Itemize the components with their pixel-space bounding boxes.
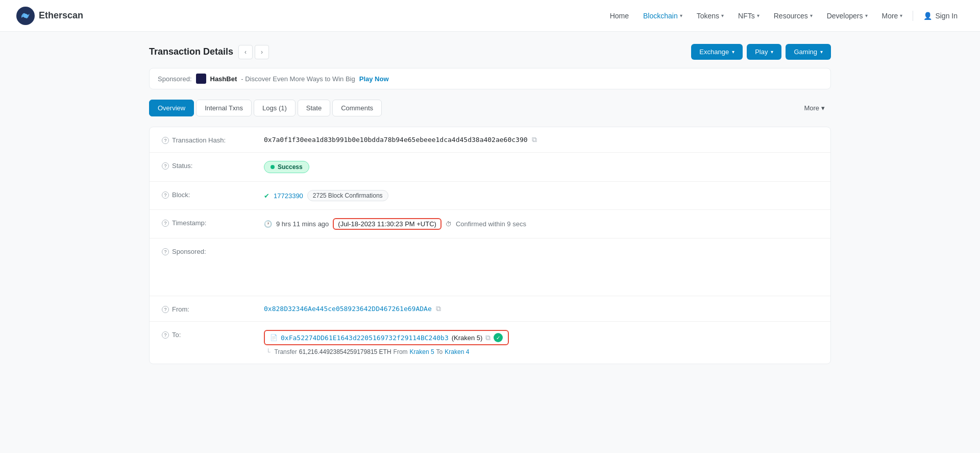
page-content: Transaction Details ‹ › Exchange ▾ Play … bbox=[133, 32, 847, 376]
tab-internal-txns[interactable]: Internal Txns bbox=[196, 100, 252, 116]
tab-comments[interactable]: Comments bbox=[332, 100, 382, 116]
blockchain-chevron-icon: ▾ bbox=[680, 13, 682, 18]
sign-in-button[interactable]: 👤 Sign In bbox=[917, 8, 964, 24]
page-title: Transaction Details bbox=[149, 46, 233, 57]
hash-label: ? Transaction Hash: bbox=[162, 135, 264, 144]
block-confirmed-icon: ✔ bbox=[264, 192, 270, 200]
transfer-from-label: From bbox=[394, 348, 408, 355]
top-buttons: Exchange ▾ Play ▾ Gaming ▾ bbox=[691, 44, 831, 60]
play-button[interactable]: Play ▾ bbox=[747, 44, 781, 60]
status-badge: Success bbox=[264, 161, 309, 173]
to-help-icon[interactable]: ? bbox=[162, 331, 169, 339]
transfer-to-link[interactable]: Kraken 4 bbox=[445, 348, 469, 355]
hash-help-icon[interactable]: ? bbox=[162, 137, 169, 144]
nav-developers[interactable]: Developers ▾ bbox=[821, 8, 874, 24]
nav-arrows: ‹ › bbox=[238, 45, 269, 59]
to-highlighted-box: 📄 0xFa52274DD61E1643d2205169732f29114BC2… bbox=[264, 330, 509, 345]
nfts-chevron-icon: ▾ bbox=[757, 13, 760, 18]
developers-chevron-icon: ▾ bbox=[865, 13, 868, 18]
next-arrow-button[interactable]: › bbox=[255, 45, 269, 59]
timestamp-utc: (Jul-18-2023 11:30:23 PM +UTC) bbox=[333, 218, 442, 230]
block-help-icon[interactable]: ? bbox=[162, 192, 169, 199]
block-label: ? Block: bbox=[162, 190, 264, 199]
transfer-row: └ Transfer 61,216.44923854259179815 ETH … bbox=[264, 348, 509, 355]
to-section: 📄 0xFa52274DD61E1643d2205169732f29114BC2… bbox=[264, 330, 509, 355]
header: Etherscan Home Blockchain ▾ Tokens ▾ NFT… bbox=[0, 0, 980, 32]
to-row: ? To: 📄 0xFa52274DD61E1643d2205169732f29… bbox=[150, 322, 830, 364]
logo[interactable]: Etherscan bbox=[16, 7, 83, 25]
exchange-button[interactable]: Exchange ▾ bbox=[691, 44, 743, 60]
sponsored-content bbox=[264, 247, 818, 288]
to-label: ? To: bbox=[162, 330, 264, 339]
from-help-icon[interactable]: ? bbox=[162, 306, 169, 313]
nav-more[interactable]: More ▾ bbox=[876, 8, 909, 24]
nav-blockchain[interactable]: Blockchain ▾ bbox=[637, 8, 689, 24]
nav-resources[interactable]: Resources ▾ bbox=[768, 8, 819, 24]
tree-branch-icon: └ bbox=[266, 348, 271, 355]
tab-overview[interactable]: Overview bbox=[149, 100, 194, 116]
sponsored-description: - Discover Even More Ways to Win Big bbox=[241, 75, 355, 83]
to-address-row: 📄 0xFa52274DD61E1643d2205169732f29114BC2… bbox=[264, 330, 509, 345]
from-copy-icon[interactable]: ⧉ bbox=[436, 304, 441, 313]
page-title-area: Transaction Details ‹ › bbox=[149, 45, 269, 59]
more-dropdown-button[interactable]: More ▾ bbox=[798, 100, 831, 116]
nav-tokens[interactable]: Tokens ▾ bbox=[691, 8, 730, 24]
nav-divider bbox=[913, 11, 913, 21]
sponsored-label: ? Sponsored: bbox=[162, 247, 264, 255]
confirmation-time: Confirmed within 9 secs bbox=[456, 220, 526, 228]
contract-doc-icon: 📄 bbox=[270, 334, 278, 341]
kraken-label: (Kraken 5) bbox=[452, 334, 483, 342]
clock-icon: 🕐 bbox=[264, 220, 272, 228]
transfer-to-label: To bbox=[436, 348, 443, 355]
sponsored-play-link[interactable]: Play Now bbox=[359, 75, 389, 83]
timestamp-row: ? Timestamp: 🕐 9 hrs 11 mins ago (Jul-18… bbox=[150, 210, 830, 239]
block-row: ? Block: ✔ 17723390 2725 Block Confirmat… bbox=[150, 182, 830, 210]
from-address-link[interactable]: 0x828D32346Ae445ce058923642DD467261e69AD… bbox=[264, 305, 432, 313]
sponsored-brand: HashBet bbox=[210, 75, 237, 83]
from-label: ? From: bbox=[162, 304, 264, 313]
tabs-bar: Overview Internal Txns Logs (1) State Co… bbox=[149, 100, 831, 116]
sponsored-row: ? Sponsored: bbox=[150, 239, 830, 296]
logo-text: Etherscan bbox=[39, 10, 83, 21]
play-chevron-icon: ▾ bbox=[771, 49, 773, 55]
timestamp-help-icon[interactable]: ? bbox=[162, 220, 169, 227]
tabs: Overview Internal Txns Logs (1) State Co… bbox=[149, 100, 382, 116]
status-label: ? Status: bbox=[162, 161, 264, 170]
block-value: ✔ 17723390 2725 Block Confirmations bbox=[264, 190, 818, 201]
detail-card: ? Transaction Hash: 0x7a0f1f30eea1d83b99… bbox=[149, 127, 831, 364]
resources-chevron-icon: ▾ bbox=[810, 13, 813, 18]
hash-value: 0x7a0f1f30eea1d83b991b0e10bdda78b94e65eb… bbox=[264, 135, 818, 144]
status-row: ? Status: Success bbox=[150, 153, 830, 182]
exchange-chevron-icon: ▾ bbox=[732, 49, 734, 55]
transfer-label: Transfer bbox=[275, 348, 297, 355]
sponsored-bar: Sponsored: HashBet - Discover Even More … bbox=[149, 68, 831, 89]
from-value: 0x828D32346Ae445ce058923642DD467261e69AD… bbox=[264, 304, 818, 313]
nav-home[interactable]: Home bbox=[604, 8, 635, 24]
tab-logs[interactable]: Logs (1) bbox=[254, 100, 296, 116]
to-copy-icon[interactable]: ⧉ bbox=[485, 333, 491, 342]
timestamp-label: ? Timestamp: bbox=[162, 218, 264, 227]
nav-nfts[interactable]: NFTs ▾ bbox=[732, 8, 766, 24]
etherscan-logo-icon bbox=[16, 7, 35, 25]
tokens-chevron-icon: ▾ bbox=[721, 13, 724, 18]
top-bar: Transaction Details ‹ › Exchange ▾ Play … bbox=[149, 44, 831, 60]
to-address-link[interactable]: 0xFa52274DD61E1643d2205169732f29114BC240… bbox=[281, 334, 449, 342]
sponsored-help-icon[interactable]: ? bbox=[162, 248, 169, 255]
nav-links: Home Blockchain ▾ Tokens ▾ NFTs ▾ Resour… bbox=[604, 8, 964, 24]
status-dot-icon bbox=[271, 165, 275, 169]
gaming-button[interactable]: Gaming ▾ bbox=[786, 44, 831, 60]
transfer-from-link[interactable]: Kraken 5 bbox=[410, 348, 434, 355]
verified-check-icon: ✓ bbox=[494, 333, 503, 342]
status-value: Success bbox=[264, 161, 818, 173]
tabs-more-chevron-icon: ▾ bbox=[821, 104, 825, 112]
hash-copy-icon[interactable]: ⧉ bbox=[532, 135, 537, 144]
tab-state[interactable]: State bbox=[298, 100, 330, 116]
hash-row: ? Transaction Hash: 0x7a0f1f30eea1d83b99… bbox=[150, 127, 830, 153]
prev-arrow-button[interactable]: ‹ bbox=[238, 45, 253, 59]
to-value: 📄 0xFa52274DD61E1643d2205169732f29114BC2… bbox=[264, 330, 818, 355]
status-help-icon[interactable]: ? bbox=[162, 162, 169, 170]
from-row: ? From: 0x828D32346Ae445ce058923642DD467… bbox=[150, 296, 830, 322]
block-number-link[interactable]: 17723390 bbox=[274, 192, 303, 200]
hashbet-logo-icon bbox=[196, 74, 206, 84]
sponsored-prefix: Sponsored: bbox=[158, 75, 192, 83]
